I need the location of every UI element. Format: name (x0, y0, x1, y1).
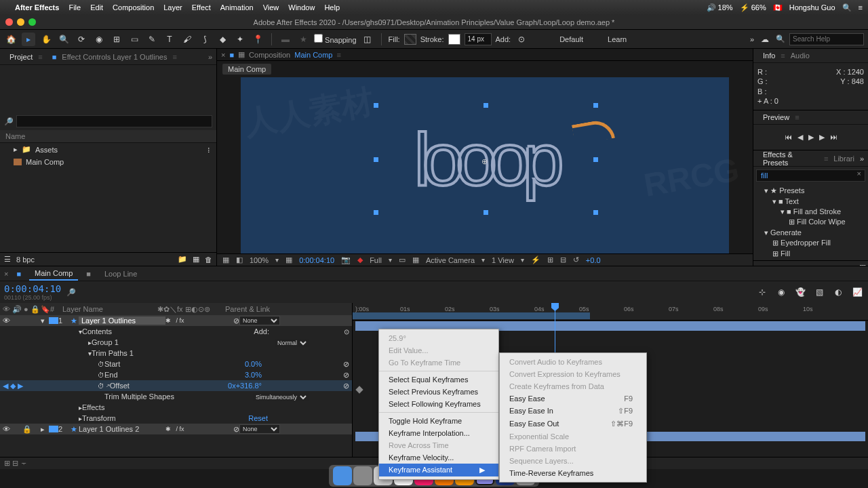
menu-layer[interactable]: Layer (163, 3, 182, 12)
last-frame-icon[interactable]: ⏭ (830, 133, 837, 142)
spotlight-icon[interactable]: 🔍 (842, 3, 852, 12)
mi-create-from-data[interactable]: Create Keyframes from Data (500, 380, 646, 392)
home-icon[interactable]: 🏠 (4, 33, 18, 46)
preset-text[interactable]: ▾ ■ Text (756, 197, 865, 207)
zoom-icon[interactable] (28, 18, 36, 26)
bpc-toggle[interactable]: 8 bpc (16, 256, 35, 264)
timeline-search-icon[interactable]: 🔎 (66, 288, 76, 297)
project-search-input[interactable] (16, 115, 212, 127)
effects-search-input[interactable] (756, 169, 865, 182)
menu-effect[interactable]: Effect (192, 3, 211, 12)
menu-list-icon[interactable]: ≡ (859, 3, 863, 12)
tab-composition-name[interactable]: Main Comp (294, 51, 332, 59)
res-grid-icon[interactable]: ▦ (285, 256, 292, 264)
prop-contents[interactable]: ▾ ContentsAdd:⊙ (0, 326, 352, 337)
new-folder-icon[interactable]: 📁 (178, 255, 187, 264)
sync-icon[interactable]: ☁ (758, 33, 772, 46)
stroke-width-input[interactable] (465, 33, 492, 45)
view-select[interactable]: 1 View (492, 256, 514, 264)
prev-frame-icon[interactable]: ◀ (797, 133, 803, 142)
mi-goto-kf-time[interactable]: Go To Keyframe Time (379, 357, 498, 369)
snapshot-icon[interactable]: 📷 (341, 256, 351, 264)
tab-preview[interactable]: Preview (757, 110, 795, 124)
clear-search-icon[interactable]: × (857, 169, 861, 178)
help-search-input[interactable] (789, 33, 864, 45)
mi-rove[interactable]: Rove Across Time (379, 439, 498, 451)
window-controls[interactable] (5, 18, 36, 26)
prop-start[interactable]: ⏱ Start0.0%⊘ (0, 359, 352, 369)
interpret-icon[interactable]: ☰ (4, 255, 11, 264)
project-item-maincomp[interactable]: Main Comp (0, 156, 216, 168)
shape-mode-icon[interactable]: ★ (296, 33, 310, 46)
menu-file[interactable]: File (68, 3, 81, 12)
motion-blur-icon[interactable]: ◐ (831, 285, 845, 299)
menu-composition[interactable]: Composition (113, 3, 154, 12)
fill-swatch[interactable] (404, 34, 416, 45)
prop-group1[interactable]: ▸ Group 1Normal (0, 337, 352, 348)
zoom-tool[interactable]: 🔍 (57, 33, 71, 46)
flowchart-crumb[interactable]: Main Comp (222, 64, 271, 75)
tab-composition-label[interactable]: Composition (249, 51, 290, 59)
hand-tool[interactable]: ✋ (39, 33, 53, 46)
mask-toggle-icon[interactable]: ◧ (236, 256, 243, 264)
stroke-swatch[interactable] (448, 34, 460, 45)
fast-preview-icon[interactable]: ⚡ (531, 256, 540, 264)
mi-kf-assistant[interactable]: Keyframe Assistant▶ (379, 464, 498, 476)
rotate-tool[interactable]: ◉ (92, 33, 106, 46)
timeline-tab-loop[interactable]: Loop Line (99, 268, 142, 280)
puppet-tool[interactable]: 📍 (251, 33, 264, 46)
app-name[interactable]: After Effects (15, 3, 59, 12)
clone-tool[interactable]: ⟆ (198, 33, 212, 46)
menu-view[interactable]: View (263, 3, 279, 12)
toggle-switches-icon[interactable]: ⊞ ⊟ ⫟ (4, 459, 28, 468)
keyframe[interactable] (355, 386, 363, 393)
minimize-icon[interactable] (17, 18, 24, 26)
tab-libraries[interactable]: Librari (828, 152, 860, 165)
mi-toggle-hold[interactable]: Toggle Hold Keyframe (379, 415, 498, 427)
snapping-checkbox[interactable]: Snapping (314, 34, 357, 44)
tab-project[interactable]: Project (4, 50, 38, 64)
effect-generate[interactable]: ▾ Generate (756, 228, 865, 238)
anchor-tool[interactable]: ⊞ (110, 33, 123, 46)
parent-select-2[interactable]: None (239, 424, 280, 434)
channel-icon[interactable]: ◆ (357, 256, 363, 264)
dock-app[interactable] (353, 466, 372, 485)
prop-trim-paths[interactable]: ▾ Trim Paths 1 (0, 348, 352, 359)
mask-mode-icon[interactable]: ▬ (279, 33, 292, 46)
workspace-default[interactable]: Default (559, 35, 583, 43)
mi-kf-velocity[interactable]: Keyframe Velocity... (379, 451, 498, 464)
flowchart-icon[interactable]: ⊟ (560, 256, 566, 264)
frame-blend-icon[interactable]: ▧ (812, 285, 826, 299)
resolution-select[interactable]: Full (370, 256, 382, 264)
trash-icon[interactable]: 🗑 (205, 256, 212, 264)
timeline-icon[interactable]: ⊞ (547, 256, 553, 264)
composition-viewer[interactable]: looop ⊕ (241, 77, 729, 253)
type-tool[interactable]: T (163, 33, 176, 46)
prop-effects[interactable]: ▸ Effects (0, 402, 352, 413)
macos-menubar[interactable]: After Effects File Edit Composition Laye… (0, 0, 868, 15)
tab-effect-controls[interactable]: Effect Controls Layer 1 Outlines (56, 50, 172, 64)
snap-opts-icon[interactable]: ◫ (361, 33, 374, 46)
layer-row-2[interactable]: 👁 🔒 ▸ 2 ★ Layer 1 Outlines 2 ✱ / fx ⊘ No… (0, 424, 352, 434)
shy-icon[interactable]: 👻 (793, 285, 807, 299)
preset-fill-color-wipe[interactable]: ⊞ Fill Color Wipe (756, 217, 865, 227)
roto-tool[interactable]: ✦ (233, 33, 247, 46)
graph-editor-icon[interactable]: 📈 (850, 285, 864, 299)
brush-tool[interactable]: 🖌 (180, 33, 194, 46)
layer-row-1[interactable]: 👁 ▾ 1 ★ Layer 1 Outlines ✱ / fx ⊘ None (0, 315, 352, 326)
menu-edit[interactable]: Edit (90, 3, 103, 12)
prop-offset[interactable]: ◀ ◆ ▶⏱ ↗ Offset0x+316.8°⊘ (0, 380, 352, 391)
time-display[interactable]: 0:00:04:10 (299, 256, 334, 264)
mi-select-prev[interactable]: Select Previous Keyframes (379, 386, 498, 398)
next-frame-icon[interactable]: ▶ (819, 133, 825, 142)
project-column-name[interactable]: Name (0, 130, 216, 143)
mi-kf-interpolation[interactable]: Keyframe Interpolation... (379, 427, 498, 439)
comp-mini-flow-icon[interactable]: ⊹ (755, 285, 769, 299)
close-icon[interactable] (5, 18, 13, 26)
mi-convert-audio[interactable]: Convert Audio to Keyframes (500, 356, 646, 368)
tab-audio[interactable]: Audio (785, 49, 815, 62)
eraser-tool[interactable]: ◆ (216, 33, 229, 46)
pen-tool[interactable]: ✎ (145, 33, 159, 46)
project-item-assets[interactable]: ▸📁Assets⫶ (0, 143, 216, 156)
mi-exponential-scale[interactable]: Exponential Scale (500, 430, 646, 443)
